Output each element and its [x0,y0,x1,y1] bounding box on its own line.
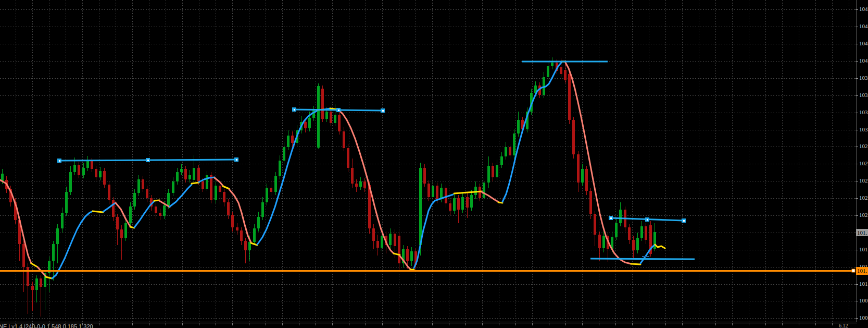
time-axis-tick [332,323,333,325]
price-axis-label: 104. [859,23,868,30]
price-axis-tick [856,250,858,250]
candlesticks-layer [1,57,656,317]
orange-horizontal-line[interactable] [0,269,855,272]
time-axis-tick [466,323,466,325]
time-axis[interactable] [0,322,857,328]
price-axis-label: 102. [859,160,868,167]
price-axis-label: 101. [859,246,868,253]
time-axis-tick [166,323,166,325]
time-axis-tick [549,323,549,325]
price-axis-label: 102. [859,212,868,218]
time-axis-tick [715,323,716,325]
time-axis-tick [299,323,299,325]
time-axis-tick [699,323,699,325]
price-axis-label: 101. [859,281,868,287]
trendline-handle-dot [294,109,295,111]
time-axis-tick [266,323,266,325]
price-axis-tick [856,44,858,44]
price-axis-tick [856,61,858,62]
orange-level-price-box: 101. [856,267,868,275]
time-axis-tick [432,323,433,325]
time-axis-tick [116,323,116,325]
price-axis-tick [856,147,858,147]
current-price-box: 101. [856,229,868,236]
price-axis-label: 103. [859,92,868,99]
time-axis-tick [532,323,533,325]
orange-line-handle[interactable] [852,269,855,272]
time-axis-tick [349,323,349,325]
time-axis-tick [849,323,849,325]
time-axis-tick [665,323,666,325]
time-axis-tick [815,323,816,325]
price-axis-tick [856,164,858,164]
price-axis-tick [856,215,858,216]
price-axis-tick [856,95,858,96]
time-axis-line [0,323,857,323]
horizontal-trendline[interactable] [590,259,695,259]
time-axis-tick [599,323,599,325]
time-axis-date-label: 6.12 [839,323,848,328]
price-axis-tick [856,9,858,10]
price-axis-label: 102. [859,195,868,201]
price-axis-label: 100. [859,314,868,321]
trendline-handle-dot [147,160,149,161]
time-axis-tick [249,323,249,325]
price-axis-tick [856,301,858,301]
price-axis-label: 103. [859,109,868,116]
price-axis-tick [856,113,858,113]
time-axis-tick [782,323,783,325]
time-axis-tick [799,323,799,325]
chart-plot-area[interactable] [0,0,857,328]
time-axis-tick [615,323,616,325]
trendline-handle-dot [236,159,237,161]
trendline-handle-dot [647,219,648,221]
time-axis-tick [449,323,449,325]
time-axis-tick [832,323,833,325]
trendline-handle-dot [59,160,60,162]
price-axis-label: 102. [859,143,868,150]
price-axis-label: 104. [859,6,868,13]
time-axis-tick [749,323,749,325]
time-axis-tick [132,323,133,325]
time-axis-tick [232,323,233,325]
time-axis-tick [649,323,649,325]
trendline-handle-dot [683,220,685,222]
price-axis-label: 103. [859,75,868,81]
price-axis-label: 100. [859,297,868,304]
price-axis-tick [856,78,858,79]
time-axis-tick [316,323,316,325]
time-axis-tick [765,323,766,325]
time-axis-tick [366,323,366,325]
time-axis-tick [732,323,733,325]
price-axis-tick [856,198,858,199]
time-axis-tick [99,323,99,325]
time-axis-tick [515,323,516,325]
time-axis-tick [399,323,399,325]
horizontal-trendline[interactable] [292,107,385,113]
time-axis-tick [482,323,483,325]
time-axis-tick [632,323,633,325]
price-axis-tick [856,284,858,285]
trendline-handle-dot [382,110,384,112]
price-axis-label: 104. [859,40,868,47]
time-axis-tick [416,323,416,325]
time-axis-tick [499,323,499,325]
time-axis-tick [682,323,683,325]
price-axis-tick [856,318,858,319]
price-axis[interactable]: 104.104.104.104.103.103.103.103.102.102.… [857,0,868,322]
trendline-handle-dot [338,110,339,111]
price-axis-tick [856,130,858,130]
horizontal-trendline[interactable] [57,157,238,163]
time-axis-tick [149,323,149,325]
time-axis-tick [282,323,283,325]
price-axis-label: 102. [859,177,868,184]
price-axis-label: 103. [859,126,868,133]
trendline-handle-dot [610,217,612,219]
time-axis-tick [182,323,183,325]
time-axis-tick [199,323,199,325]
time-axis-tick [382,323,383,325]
time-axis-tick [582,323,583,325]
time-axis-tick [565,323,566,325]
price-axis-label: 104. [859,57,868,64]
chart-window: 104.104.104.104.103.103.103.103.102.102.… [0,0,868,328]
